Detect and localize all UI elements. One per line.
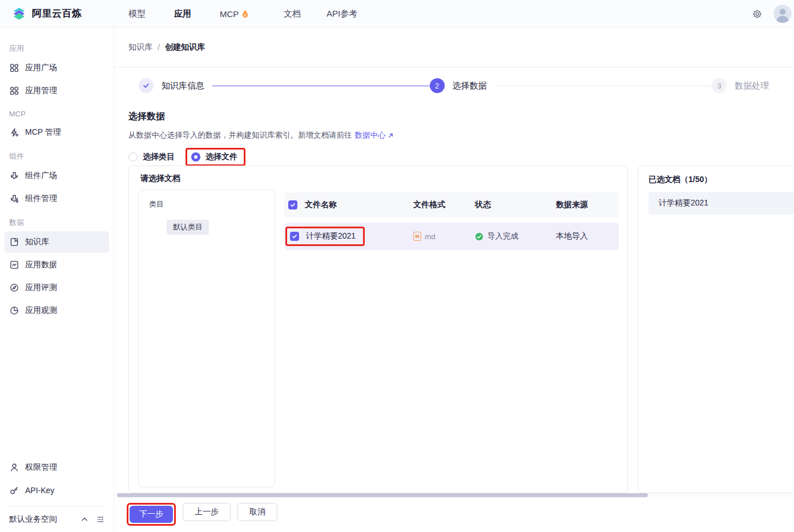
check-icon (290, 202, 296, 208)
sidebar-item-component-marketplace[interactable]: 组件广场 (5, 165, 109, 187)
section-title: 选择数据 (128, 111, 794, 123)
sidebar-section-apps: 应用 (9, 43, 114, 54)
nav-mcp[interactable]: MCP (220, 0, 249, 27)
annotation-box-next-button: 下一步 (127, 503, 176, 526)
sidebar-item-app-data[interactable]: 应用数据 (5, 254, 109, 276)
sidebar: 应用 应用广场 应用管理 MCP MCP 管理 组件 (0, 27, 114, 532)
sidebar-item-app-management[interactable]: 应用管理 (5, 80, 109, 102)
sidebar-item-app-evaluation[interactable]: 应用评测 (5, 277, 109, 299)
row-file-name: 计学精要2021 (306, 231, 356, 241)
horizontal-scrollbar (114, 493, 794, 498)
header-file-name: 文件名称 (297, 200, 395, 210)
category-header: 类目 (149, 199, 164, 209)
category-default-tag[interactable]: 默认类目 (167, 220, 209, 235)
bailian-logo-icon (11, 6, 27, 21)
section-description: 从数据中心选择导入的数据，并构建知识库索引。新增文档请前往 数据中心 (128, 130, 794, 140)
success-check-icon (475, 232, 483, 241)
check-icon (292, 233, 297, 239)
step-knowledge-base-info: 知识库信息 (139, 78, 212, 93)
radio-select-category[interactable]: 选择类目 (128, 152, 175, 162)
nav-models[interactable]: 模型 (128, 0, 146, 27)
sidebar-section-mcp: MCP (9, 110, 114, 118)
sidebar-item-permission-management[interactable]: 权限管理 (5, 457, 109, 478)
breadcrumb-knowledge-base[interactable]: 知识库 (128, 42, 152, 53)
step2-circle: 2 (430, 78, 445, 93)
stepper-connector-done (212, 86, 430, 86)
picker-title: 请选择文档 (140, 174, 180, 184)
key-icon (10, 486, 19, 495)
scrollbar-thumb[interactable] (117, 493, 648, 497)
row-name-area: 计学精要2021 (284, 227, 395, 246)
cancel-button[interactable]: 取消 (237, 503, 277, 521)
select-data-section: 选择数据 从数据中心选择导入的数据，并构建知识库索引。新增文档请前往 数据中心 … (128, 107, 794, 166)
radio-unchecked-icon[interactable] (128, 152, 138, 162)
logo[interactable]: 阿里云百炼 (11, 6, 82, 21)
stepper-connector-pending (495, 86, 712, 86)
row-file-format-cell: md (395, 232, 463, 241)
radio-select-file[interactable]: 选择文件 (191, 152, 237, 162)
user-avatar[interactable] (773, 5, 792, 23)
sidebar-item-app-marketplace[interactable]: 应用广场 (5, 57, 109, 79)
grid-icon (10, 86, 19, 95)
radio-checked-icon[interactable] (191, 152, 200, 162)
header-checkbox-cell (284, 200, 297, 209)
settings-gear-icon[interactable] (752, 9, 762, 19)
nav-docs[interactable]: 文档 (284, 0, 301, 27)
main-content: 知识库 / 创建知识库 知识库信息 2 选择数据 3 数据处理 选择数据 从数据… (114, 27, 794, 532)
compass-icon (10, 283, 19, 292)
selected-documents-panel: 已选文档（1/50） 计学精要2021 (638, 166, 794, 493)
table-row[interactable]: 计学精要2021 md 导入完成 本地导入 (284, 223, 619, 250)
selected-docs-title: 已选文档（1/50） (648, 175, 712, 185)
step1-done-circle (139, 78, 154, 93)
nav-api-reference[interactable]: API参考 (327, 0, 357, 27)
external-link-icon (388, 132, 394, 139)
annotation-box-select-file: 选择文件 (186, 148, 245, 166)
sidebar-section-components: 组件 (9, 151, 114, 162)
data-mode-radio-group: 选择类目 选择文件 (128, 148, 794, 166)
puzzle-icon (10, 171, 19, 180)
app-title: 阿里云百炼 (32, 7, 82, 20)
chevron-up-icon[interactable] (80, 515, 88, 523)
sidebar-item-api-key[interactable]: API-Key (5, 479, 109, 501)
wizard-stepper: 知识库信息 2 选择数据 3 数据处理 (139, 78, 777, 93)
header-status: 状态 (463, 200, 545, 210)
markdown-file-icon (413, 232, 421, 241)
annotation-box-selected-row: 计学精要2021 (285, 227, 365, 246)
zap-icon (10, 128, 19, 137)
selected-doc-item[interactable]: 计学精要2021 (648, 192, 794, 215)
documents-table: 文件名称 文件格式 状态 数据来源 计学精要2021 md (284, 192, 619, 250)
pie-chart-icon (10, 306, 19, 315)
select-all-checkbox[interactable] (288, 200, 297, 209)
previous-step-button[interactable]: 上一步 (183, 503, 231, 521)
topbar: 阿里云百炼 模型 应用 MCP 文档 API参考 (0, 0, 794, 27)
page-title: 创建知识库 (165, 42, 205, 53)
user-icon (10, 463, 19, 472)
sidebar-item-component-management[interactable]: 组件管理 (5, 188, 109, 209)
header-file-format: 文件格式 (395, 200, 463, 210)
table-header-row: 文件名称 文件格式 状态 数据来源 (284, 192, 619, 217)
workspace-name: 默认业务空间 (9, 514, 72, 525)
workspace-switcher[interactable]: 默认业务空间 (0, 506, 114, 532)
data-center-link[interactable]: 数据中心 (355, 130, 394, 140)
header-data-source: 数据来源 (545, 200, 619, 210)
sidebar-section-data: 数据 (9, 217, 114, 228)
nav-apps[interactable]: 应用 (174, 0, 191, 27)
sidebar-item-app-observation[interactable]: 应用观测 (5, 300, 109, 321)
flame-icon (241, 10, 249, 18)
breadcrumb: 知识库 / 创建知识库 (114, 27, 794, 67)
check-icon (143, 82, 150, 89)
row-checkbox[interactable] (290, 232, 299, 241)
row-status-cell: 导入完成 (463, 231, 545, 241)
row-data-source-cell: 本地导入 (545, 231, 619, 241)
step-data-processing: 3 数据处理 (712, 78, 777, 93)
next-step-button[interactable]: 下一步 (130, 506, 173, 523)
step3-circle: 3 (712, 78, 727, 93)
sidebar-item-knowledge-base[interactable]: 知识库 (5, 231, 109, 253)
wizard-footer: 下一步 上一步 取消 (114, 498, 794, 532)
collapse-sidebar-icon[interactable] (96, 515, 104, 523)
line-chart-icon (10, 260, 19, 269)
breadcrumb-separator: / (158, 43, 160, 52)
category-tree-panel: 类目 默认类目 (138, 190, 275, 487)
sidebar-item-mcp-management[interactable]: MCP 管理 (5, 122, 109, 143)
step-select-data: 2 选择数据 (430, 78, 495, 93)
